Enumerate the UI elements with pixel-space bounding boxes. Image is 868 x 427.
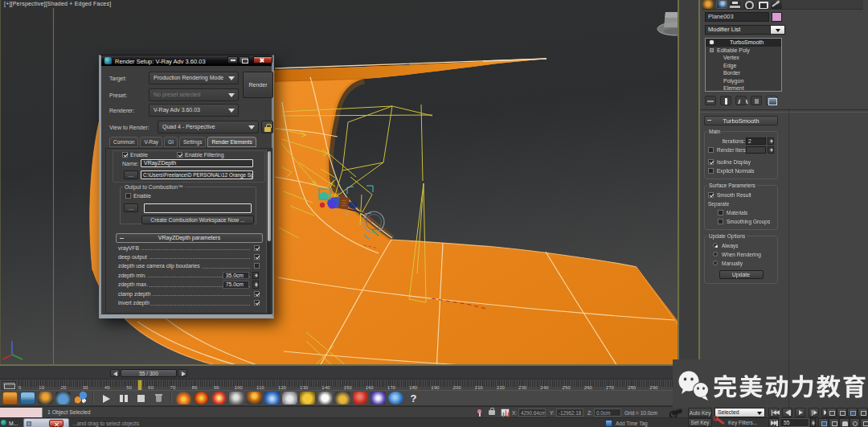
show-end-result-button[interactable] (720, 96, 731, 105)
combustion-path-field[interactable] (144, 203, 252, 213)
output-path-field[interactable]: C:\Users\Freelance\D PERSONAL\12 Orange … (141, 170, 253, 179)
materials-checkbox[interactable] (718, 210, 723, 216)
tab-render-elements[interactable]: Render Elements (207, 137, 256, 147)
preset-dropdown[interactable]: No preset selected (149, 88, 239, 101)
radio-always[interactable] (713, 243, 718, 248)
target-dropdown[interactable]: Production Rendering Mode (149, 72, 239, 84)
pin-stack-button[interactable] (705, 96, 716, 105)
z-coord-field[interactable]: 0.0cm (594, 409, 621, 417)
stop-icon[interactable] (133, 392, 149, 404)
panel-tab-modify[interactable] (716, 0, 727, 9)
enable-filtering-checkbox[interactable] (177, 152, 182, 158)
radio-when-rendering[interactable] (713, 252, 718, 257)
configure-modifier-sets-button[interactable] (766, 96, 777, 105)
turbosmooth-rollout-header[interactable]: TurboSmooth (704, 116, 778, 125)
stack-item-border[interactable]: Border (706, 69, 781, 77)
radio-manually[interactable] (713, 261, 718, 265)
grid-snap-icon[interactable] (837, 408, 847, 417)
auto-key-button[interactable]: Auto Key (688, 408, 712, 417)
browse-button[interactable]: ... (124, 170, 138, 179)
selection-set-dropdown[interactable]: Selected (714, 408, 765, 417)
add-time-tag-text[interactable]: Add Time Tag (616, 421, 648, 426)
water-splash-icon[interactable] (264, 392, 280, 404)
param-checkbox[interactable] (254, 263, 260, 269)
maximize-viewport-icon[interactable] (860, 418, 868, 427)
y-coord-field[interactable]: -12962.18 (556, 409, 583, 417)
stack-item-element[interactable]: Element (706, 84, 781, 92)
pause-icon[interactable] (116, 392, 131, 404)
x-coord-field[interactable]: 4290.64cm (518, 409, 546, 417)
stack-item-edge[interactable]: Edge (706, 62, 781, 70)
fire-box-icon[interactable] (2, 392, 18, 404)
trash-icon[interactable] (151, 392, 166, 404)
particles-icon[interactable] (73, 392, 88, 404)
isoline-display-checkbox[interactable] (708, 159, 714, 165)
panel-tab-utilities[interactable] (771, 0, 782, 9)
smooth-result-checkbox[interactable] (708, 192, 714, 198)
red-burst-icon[interactable] (211, 392, 227, 404)
param-spinner-arrows[interactable] (252, 281, 259, 289)
boat-icon[interactable] (335, 392, 350, 404)
param-spinner-field[interactable]: 35.0cm (223, 272, 249, 280)
render-iters-spinner[interactable] (768, 146, 774, 154)
time-slider-prev-arrow[interactable] (110, 369, 120, 377)
globe-icon[interactable] (388, 392, 403, 404)
param-checkbox[interactable] (254, 254, 260, 260)
param-spinner-arrows[interactable] (252, 272, 259, 280)
iterations-spinner[interactable] (768, 138, 774, 145)
view-to-render-dropdown[interactable]: Quad 4 - Perspective (158, 121, 259, 133)
current-frame-marker[interactable] (137, 380, 142, 391)
stack-item-vertex[interactable]: Vertex (706, 54, 781, 62)
previous-frame-button[interactable] (782, 408, 792, 417)
param-checkbox[interactable] (254, 291, 260, 297)
object-name-field[interactable]: Plane003 (705, 12, 769, 22)
render-iters-field[interactable] (746, 146, 766, 154)
lock-view-button[interactable] (261, 121, 273, 133)
tab-common[interactable]: Common (109, 137, 138, 147)
transform-type-in-icon[interactable] (501, 409, 510, 417)
enable-checkbox[interactable] (122, 152, 128, 158)
mini-curve-editor-button[interactable] (2, 381, 16, 390)
tab-settings[interactable]: Settings (179, 137, 207, 147)
time-slider-next-arrow[interactable] (178, 369, 187, 377)
current-frame-field[interactable]: 55 (780, 418, 809, 427)
selection-brackets-icon[interactable] (847, 408, 858, 417)
beer-mug-icon[interactable] (300, 392, 315, 404)
render-button[interactable]: Render (243, 72, 273, 98)
param-spinner-field[interactable]: 75.0cm (223, 281, 249, 289)
isolate-icon[interactable] (858, 408, 868, 417)
stack-item-turbosmooth[interactable]: TurboSmooth (706, 39, 781, 47)
make-unique-button[interactable] (735, 96, 747, 105)
time-slider-handle[interactable]: 55 / 300 (121, 369, 177, 377)
key-filters-button[interactable]: Key Filters... (728, 420, 757, 425)
field-of-view-icon[interactable] (829, 418, 839, 427)
dialog-title-bar[interactable]: Render Setup: V-Ray Adv 3.60.03 (101, 55, 272, 66)
render-iters-checkbox[interactable] (708, 147, 714, 153)
element-name-field[interactable]: VRayZDepth (141, 159, 253, 167)
coffee-cup-icon[interactable] (317, 392, 333, 404)
param-checkbox[interactable] (254, 245, 260, 251)
next-frame-button[interactable] (809, 408, 819, 417)
taskbar-window-label[interactable]: M... (9, 421, 18, 426)
close-button[interactable] (253, 56, 272, 64)
fire-bowl-icon[interactable] (38, 392, 53, 404)
maximize-button[interactable] (239, 56, 249, 64)
water-tank-icon[interactable] (20, 392, 35, 404)
minimize-button[interactable] (227, 56, 238, 64)
dialog-scrollbar[interactable] (266, 150, 271, 313)
explicit-normals-checkbox[interactable] (708, 168, 714, 174)
frame-field-spinner[interactable] (810, 418, 816, 427)
help-icon[interactable]: ? (406, 392, 421, 404)
stack-item-polygon[interactable]: Polygon (706, 77, 781, 85)
close-icon[interactable] (49, 420, 63, 427)
viewport-label[interactable]: [+][Perspective][Shaded + Edged Faces] (4, 1, 111, 6)
modifier-list-arrow-button[interactable] (770, 25, 785, 35)
camera-purple-icon[interactable] (371, 392, 386, 404)
play-icon[interactable] (98, 392, 113, 404)
candle-flame-icon[interactable] (247, 392, 262, 404)
flame-icon[interactable] (176, 392, 191, 404)
remove-modifier-button[interactable] (751, 96, 762, 105)
jug-icon[interactable] (282, 392, 297, 404)
red-ball-icon[interactable] (353, 392, 368, 404)
iterations-field[interactable]: 2 (746, 138, 766, 145)
